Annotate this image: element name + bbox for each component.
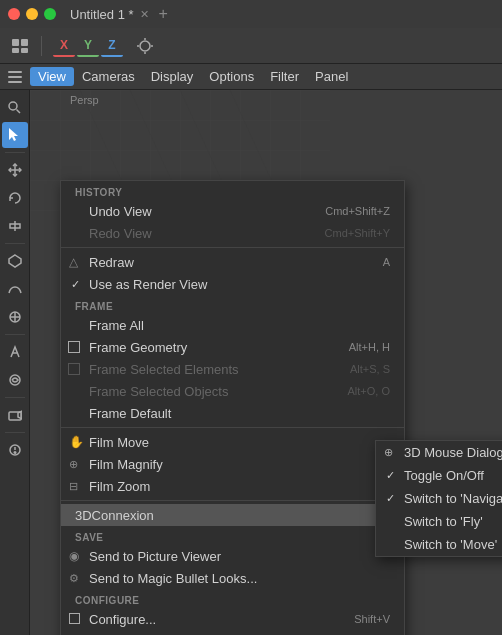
section-save: SAVE: [61, 526, 404, 545]
menu-frame-default[interactable]: Frame Default: [61, 402, 404, 424]
menu-redo-view: Redo View Cmd+Shift+Y: [61, 222, 404, 244]
redraw-icon: △: [69, 255, 78, 269]
menu-film-move[interactable]: ✋ Film Move: [61, 431, 404, 453]
svg-rect-2: [12, 48, 19, 53]
tab-close-icon[interactable]: ✕: [138, 8, 151, 21]
left-tool-separator-2: [5, 243, 25, 244]
menu-3dconnexion[interactable]: 3DConnexion: [61, 504, 404, 526]
submenu-switch-move[interactable]: Switch to 'Move': [376, 533, 502, 556]
menu-undo-view[interactable]: Undo View Cmd+Shift+Z: [61, 200, 404, 222]
left-tool-move[interactable]: [2, 157, 28, 183]
toolbar-icon-layout[interactable]: [6, 32, 34, 60]
viewport: Persp HISTORY Undo View Cmd+Shift+Z Redo…: [30, 90, 502, 635]
menu-redraw[interactable]: △ Redraw A: [61, 251, 404, 273]
film-zoom-icon: ⊟: [69, 480, 78, 493]
axis-y-button[interactable]: Y: [77, 35, 99, 57]
hamburger-icon[interactable]: [4, 66, 26, 88]
menu-view[interactable]: View: [30, 67, 74, 86]
menu-options[interactable]: Options: [201, 67, 262, 86]
picture-viewer-icon: ◉: [69, 549, 79, 563]
toolbar-transform-icon[interactable]: [131, 32, 159, 60]
axis-x-button[interactable]: X: [53, 35, 75, 57]
svg-line-13: [17, 109, 21, 113]
main-layout: Persp HISTORY Undo View Cmd+Shift+Z Redo…: [0, 90, 502, 635]
submenu-toggle-onoff[interactable]: ✓ Toggle On/Off: [376, 464, 502, 487]
frame-geometry-icon: [68, 341, 80, 353]
menu-film-zoom[interactable]: ⊟ Film Zoom: [61, 475, 404, 497]
svg-rect-11: [8, 81, 22, 83]
3d-mouse-icon: ⊕: [384, 446, 393, 459]
menu-panel[interactable]: Panel: [307, 67, 356, 86]
film-move-icon: ✋: [69, 435, 84, 449]
magic-bullet-icon: ⚙: [69, 572, 79, 585]
svg-rect-0: [12, 39, 19, 46]
traffic-lights: [8, 8, 56, 20]
svg-rect-10: [8, 76, 22, 78]
add-tab-button[interactable]: +: [159, 5, 168, 23]
submenu-3d-mouse-dialog[interactable]: ⊕ 3D Mouse Dialog: [376, 441, 502, 464]
menu-configure[interactable]: Configure... Shift+V: [61, 608, 404, 630]
configure-icon: [69, 613, 80, 624]
menu-cameras[interactable]: Cameras: [74, 67, 143, 86]
frame-sel-elements-icon: [68, 363, 80, 375]
menu-film-magnify[interactable]: ⊕ Film Magnify: [61, 453, 404, 475]
svg-rect-3: [21, 48, 28, 53]
toolbar-separator: [41, 36, 42, 56]
svg-marker-25: [18, 411, 22, 419]
viewport-persp-label: Persp: [70, 94, 99, 106]
left-tool-spline[interactable]: [2, 276, 28, 302]
render-view-check: ✓: [71, 278, 80, 291]
titlebar: Untitled 1 * ✕ +: [0, 0, 502, 28]
svg-rect-1: [21, 39, 28, 46]
left-tool-paint[interactable]: [2, 339, 28, 365]
navigate-check: ✓: [386, 492, 395, 505]
svg-point-28: [14, 452, 16, 454]
menu-frame-geometry[interactable]: Frame Geometry Alt+H, H: [61, 336, 404, 358]
submenu-switch-fly[interactable]: Switch to 'Fly': [376, 510, 502, 533]
menu-display[interactable]: Display: [143, 67, 202, 86]
left-tool-deform[interactable]: [2, 304, 28, 330]
left-tool-separator-3: [5, 334, 25, 335]
axis-z-button[interactable]: Z: [101, 35, 123, 57]
section-history: HISTORY: [61, 181, 404, 200]
menu-use-as-render-view[interactable]: ✓ Use as Render View: [61, 273, 404, 295]
section-configure: CONFIGURE: [61, 589, 404, 608]
sep-2: [61, 427, 404, 428]
close-button[interactable]: [8, 8, 20, 20]
menu-frame-all[interactable]: Frame All: [61, 314, 404, 336]
menu-filter[interactable]: Filter: [262, 67, 307, 86]
menu-frame-selected-elements: Frame Selected Elements Alt+S, S: [61, 358, 404, 380]
left-tool-sculpt[interactable]: [2, 367, 28, 393]
left-tool-camera[interactable]: [2, 402, 28, 428]
section-frame: FRAME: [61, 295, 404, 314]
left-tool-separator-5: [5, 432, 25, 433]
left-tool-poly[interactable]: [2, 248, 28, 274]
menubar: View Cameras Display Options Filter Pane…: [0, 64, 502, 90]
maximize-button[interactable]: [44, 8, 56, 20]
svg-marker-19: [9, 255, 21, 267]
left-tool-scale[interactable]: [2, 213, 28, 239]
tab-untitled[interactable]: Untitled 1 * ✕: [70, 7, 151, 22]
svg-marker-14: [9, 128, 18, 141]
axis-buttons: X Y Z: [53, 35, 123, 57]
left-toolbar: [0, 90, 30, 635]
left-tool-separator-1: [5, 152, 25, 153]
left-tool-misc[interactable]: [2, 437, 28, 463]
tab-title: Untitled 1 *: [70, 7, 134, 22]
svg-point-4: [140, 41, 150, 51]
submenu-switch-navigate[interactable]: ✓ Switch to 'Navigate': [376, 487, 502, 510]
left-tool-rotate[interactable]: [2, 185, 28, 211]
minimize-button[interactable]: [26, 8, 38, 20]
film-magnify-icon: ⊕: [69, 458, 78, 471]
toggle-check: ✓: [386, 469, 395, 482]
sep-1: [61, 247, 404, 248]
menu-send-picture-viewer[interactable]: ◉ Send to Picture Viewer: [61, 545, 404, 567]
svg-point-12: [9, 102, 17, 110]
3dconnexion-submenu: ⊕ 3D Mouse Dialog ✓ Toggle On/Off ✓ Swit…: [375, 440, 502, 557]
menu-send-magic-bullet[interactable]: ⚙ Send to Magic Bullet Looks...: [61, 567, 404, 589]
left-tool-separator-4: [5, 397, 25, 398]
left-tool-select[interactable]: [2, 122, 28, 148]
view-dropdown-menu: HISTORY Undo View Cmd+Shift+Z Redo View …: [60, 180, 405, 635]
menu-configure-similar[interactable]: Configure Similar... Shift+Alt+V: [61, 630, 404, 635]
left-tool-search[interactable]: [2, 94, 28, 120]
